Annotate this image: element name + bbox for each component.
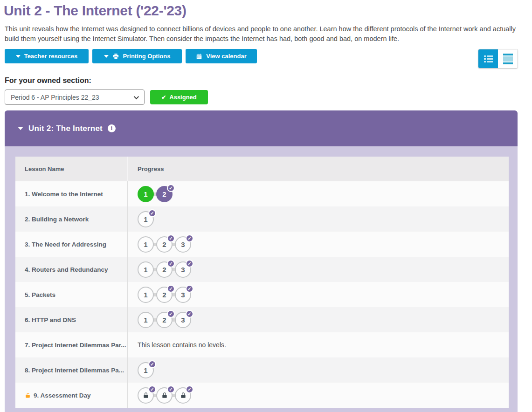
level-bubble[interactable]: 3✓	[175, 287, 191, 303]
check-badge-icon: ✓	[167, 260, 175, 268]
printing-options-button[interactable]: Printing Options	[92, 49, 182, 63]
lock-icon	[161, 392, 168, 398]
lesson-row: 7. Project Internet Dilemmas Par...This …	[15, 332, 509, 357]
assigned-button[interactable]: ✔ Assigned	[150, 90, 208, 104]
lesson-name-label: 3. The Need for Addressing	[25, 241, 106, 248]
level-bubble[interactable]: ✓	[138, 387, 154, 404]
level-bubble[interactable]: 1✓	[138, 211, 154, 227]
check-badge-icon: ✓	[167, 285, 175, 293]
lesson-name[interactable]: 2. Building a Network	[15, 216, 127, 223]
page: Unit 2 - The Internet ('22-'23) This uni…	[0, 0, 527, 412]
level-bubble[interactable]: 1✓	[138, 362, 154, 378]
lesson-name[interactable]: 4. Routers and Redundancy	[15, 266, 127, 273]
lesson-name-label: 1. Welcome to the Internet	[25, 191, 103, 198]
teacher-resources-button[interactable]: Teacher resources	[5, 49, 89, 63]
check-badge-icon: ✓	[167, 310, 175, 318]
level-bubble[interactable]: ✓	[175, 387, 191, 404]
lesson-table-body: 1. Welcome to the Internet12✓2. Building…	[15, 181, 509, 408]
lesson-row: 5. Packets12✓3✓	[15, 282, 509, 307]
caret-down-icon	[18, 127, 23, 130]
lesson-table-header: Lesson Name Progress	[15, 157, 509, 181]
calendar-icon	[196, 53, 202, 60]
unlocked-icon	[25, 392, 31, 398]
lesson-progress: 12✓3✓	[127, 232, 509, 257]
level-bubble[interactable]: 2✓	[156, 236, 173, 253]
check-icon: ✔	[161, 94, 166, 101]
level-bubble[interactable]: 2✓	[156, 261, 173, 278]
section-select[interactable]: Period 6 - AP Principles 22_23	[5, 89, 145, 105]
lesson-progress: 12✓3✓	[127, 257, 509, 282]
lesson-progress: 12✓3✓	[127, 282, 509, 307]
check-badge-icon: ✓	[186, 310, 193, 318]
lesson-table: Lesson Name Progress 1. Welcome to the I…	[15, 157, 509, 408]
level-bubble[interactable]: 3✓	[175, 261, 191, 278]
lesson-progress: 1✓	[127, 357, 509, 383]
caret-down-icon	[104, 55, 109, 58]
check-badge-icon: ✓	[186, 234, 193, 242]
level-bubble[interactable]: 1	[138, 186, 154, 202]
lesson-name[interactable]: 6. HTTP and DNS	[15, 316, 127, 323]
owned-section-heading: For your owned section:	[5, 76, 527, 85]
lesson-row: 6. HTTP and DNS12✓3✓	[15, 307, 509, 332]
level-bubble[interactable]: 2✓	[156, 186, 173, 202]
toolbar: Teacher resources Printing Options View …	[5, 49, 527, 69]
lock-icon	[180, 392, 187, 398]
check-badge-icon: ✓	[186, 285, 193, 293]
lesson-name-label: 2. Building a Network	[25, 216, 89, 223]
level-bubble[interactable]: 1	[138, 287, 154, 303]
lesson-row: 1. Welcome to the Internet12✓	[15, 181, 509, 206]
printing-options-label: Printing Options	[123, 53, 171, 60]
detail-view-button[interactable]	[498, 49, 518, 68]
check-badge-icon: ✓	[148, 209, 156, 217]
level-bubble[interactable]: 2✓	[156, 312, 173, 328]
column-header-lesson-name: Lesson Name	[15, 165, 127, 172]
level-bubble[interactable]: ✓	[156, 387, 173, 404]
lesson-name[interactable]: 3. The Need for Addressing	[15, 241, 127, 248]
unit-panel-body: Lesson Name Progress 1. Welcome to the I…	[5, 146, 518, 412]
lesson-progress: This lesson contains no levels.	[127, 332, 509, 357]
section-row: Period 6 - AP Principles 22_23 ✔ Assigne…	[5, 89, 527, 105]
lesson-progress: ✓✓✓	[127, 383, 509, 408]
lesson-row: 9. Assessment Day✓✓✓	[15, 383, 509, 408]
lesson-name-label: 4. Routers and Redundancy	[25, 266, 108, 273]
lesson-name[interactable]: 7. Project Internet Dilemmas Par...	[15, 342, 127, 349]
toolbar-buttons: Teacher resources Printing Options View …	[5, 49, 257, 63]
unit-description: This unit reveals how the Internet was d…	[5, 24, 523, 44]
level-bubble[interactable]: 3✓	[175, 312, 191, 328]
lesson-row: 3. The Need for Addressing12✓3✓	[15, 232, 509, 257]
check-badge-icon: ✓	[167, 184, 175, 192]
lesson-name[interactable]: 1. Welcome to the Internet	[15, 191, 127, 198]
lesson-name[interactable]: 5. Packets	[15, 291, 127, 298]
assigned-label: Assigned	[169, 94, 197, 101]
column-header-progress: Progress	[127, 157, 509, 181]
caret-down-icon	[16, 55, 21, 58]
view-calendar-button[interactable]: View calendar	[186, 49, 257, 63]
lesson-name[interactable]: 8. Project Internet Dilemmas Pa...	[15, 367, 127, 374]
unit-panel: Unit 2: The Internet i Lesson Name Progr…	[5, 110, 518, 412]
check-badge-icon: ✓	[167, 385, 175, 393]
level-bubble[interactable]: 1	[138, 261, 154, 278]
lesson-name[interactable]: 9. Assessment Day	[15, 392, 127, 399]
unit-panel-header[interactable]: Unit 2: The Internet i	[5, 110, 518, 146]
chevron-down-icon	[134, 94, 139, 99]
lesson-name-label: 5. Packets	[25, 291, 55, 298]
lesson-name-label: 9. Assessment Day	[34, 392, 91, 399]
lesson-name-label: 8. Project Internet Dilemmas Pa...	[25, 367, 124, 374]
detail-view-icon	[503, 54, 513, 64]
level-bubble[interactable]: 1	[138, 312, 154, 328]
list-view-button[interactable]	[478, 49, 498, 68]
view-toggle	[478, 49, 518, 69]
lock-icon	[143, 392, 149, 398]
section-select-value: Period 6 - AP Principles 22_23	[11, 94, 99, 101]
unit-panel-title: Unit 2: The Internet	[28, 124, 103, 133]
level-bubble[interactable]: 3✓	[175, 236, 191, 253]
level-bubble[interactable]: 2✓	[156, 287, 173, 303]
page-title: Unit 2 - The Internet ('22-'23)	[4, 3, 527, 19]
lesson-row: 4. Routers and Redundancy12✓3✓	[15, 257, 509, 282]
level-bubble[interactable]: 1	[138, 236, 154, 253]
lesson-row: 8. Project Internet Dilemmas Pa...1✓	[15, 357, 509, 383]
check-badge-icon: ✓	[148, 360, 156, 368]
printer-icon	[112, 53, 119, 60]
info-icon[interactable]: i	[108, 124, 116, 132]
check-badge-icon: ✓	[186, 385, 193, 393]
